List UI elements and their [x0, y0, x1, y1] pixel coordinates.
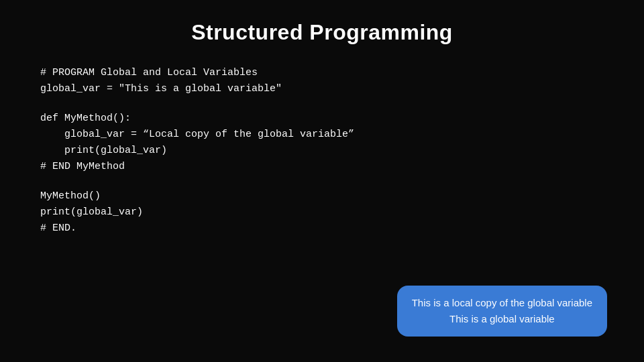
code-block-1: # PROGRAM Global and Local Variables glo… — [40, 65, 604, 97]
code-section-3: MyMethod() print(global_var) # END. — [40, 188, 604, 237]
output-tooltip: This is a local copy of the global varia… — [397, 286, 607, 337]
code-section-2: def MyMethod(): global_var = “Local copy… — [40, 111, 604, 175]
code-block-3: MyMethod() print(global_var) # END. — [40, 188, 604, 237]
slide: Structured Programming # PROGRAM Global … — [0, 0, 644, 362]
code-section-1: # PROGRAM Global and Local Variables glo… — [40, 65, 604, 97]
tooltip-line2: This is a global variable — [412, 311, 592, 327]
code-block-2: def MyMethod(): global_var = “Local copy… — [40, 111, 604, 175]
slide-title: Structured Programming — [40, 20, 604, 45]
tooltip-line1: This is a local copy of the global varia… — [412, 295, 592, 311]
